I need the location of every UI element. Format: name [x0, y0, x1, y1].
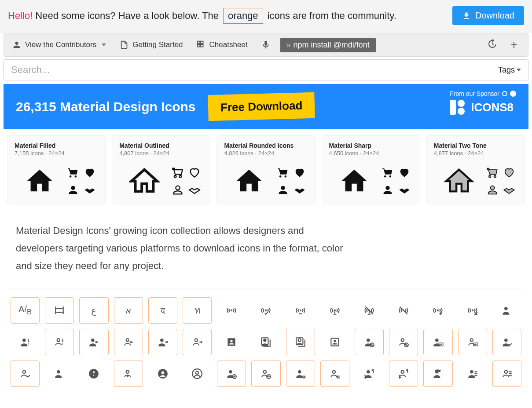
- icon-account-alert[interactable]: [11, 329, 40, 355]
- home-icon: [329, 164, 379, 199]
- cheatsheet-link[interactable]: Cheatsheet: [193, 37, 251, 52]
- handshake-icon: [291, 181, 308, 199]
- search-input[interactable]: [4, 60, 491, 80]
- handshake-icon: [501, 181, 517, 199]
- svg-point-15: [92, 339, 95, 342]
- style-card-material-rounded-icons[interactable]: Material Rounded Icons 4,826 icons · 24×…: [216, 135, 315, 204]
- cart-icon: [169, 164, 186, 181]
- icon-account-details-outline[interactable]: [492, 361, 521, 387]
- icon-abugida-devanagari[interactable]: द: [148, 297, 177, 324]
- icon-access-point-plus[interactable]: [423, 297, 452, 324]
- icon-account-cash-outline[interactable]: [458, 329, 487, 355]
- icon-abjad-hebrew[interactable]: א: [114, 297, 143, 324]
- add-dropdown[interactable]: [506, 37, 524, 53]
- icon-account-child-outline[interactable]: [114, 361, 143, 387]
- svg-point-59: [401, 370, 404, 373]
- icon-access-point-check[interactable]: [251, 297, 280, 324]
- grid-icon: [196, 40, 206, 50]
- icon-account-child-circle[interactable]: [79, 361, 108, 387]
- tags-dropdown[interactable]: Tags: [491, 61, 528, 79]
- icon-access-point-remove[interactable]: [458, 297, 487, 324]
- svg-point-37: [504, 339, 508, 342]
- getting-started-link[interactable]: Getting Started: [116, 37, 186, 52]
- svg-point-39: [57, 370, 60, 374]
- icon-account-cash[interactable]: [423, 329, 452, 355]
- icon-account-box-multiple[interactable]: [251, 329, 280, 355]
- icon-account-alert-outline[interactable]: [45, 329, 74, 355]
- icon-account-convert-outline[interactable]: [389, 361, 418, 387]
- sponsor-banner[interactable]: 26,315 Material Design Icons Free Downlo…: [4, 84, 528, 129]
- icon-access-point-minus[interactable]: [286, 297, 315, 324]
- svg-point-56: [332, 370, 335, 373]
- icon-access-point-network-off[interactable]: [355, 297, 384, 324]
- icon-account-arrow-right[interactable]: [148, 329, 177, 355]
- icon-access-point-network[interactable]: [320, 297, 349, 324]
- card-subtitle: 4,826 icons · 24×24: [224, 150, 308, 157]
- icon-access-point-off[interactable]: [389, 297, 418, 324]
- icon-account-cog-outline[interactable]: [320, 361, 349, 387]
- free-download-badge[interactable]: Free Download: [208, 92, 315, 121]
- icon-account-convert[interactable]: [355, 361, 384, 387]
- caret-down-icon: [102, 44, 106, 46]
- svg-point-13: [22, 339, 26, 342]
- download-button[interactable]: Download: [452, 6, 524, 25]
- icon-account-arrow-right-outline[interactable]: [183, 329, 212, 355]
- icon-account-arrow-left[interactable]: [79, 329, 108, 355]
- history-icon: [487, 39, 497, 49]
- svg-point-27: [367, 339, 370, 342]
- home-icon: [15, 164, 65, 199]
- heart-icon: [396, 164, 413, 181]
- icon-abugida-thai[interactable]: ท: [183, 297, 212, 324]
- handshake-icon: [186, 181, 203, 199]
- style-card-material-filled[interactable]: Material Filled 7,155 icons · 24×24: [7, 135, 106, 204]
- svg-point-40: [58, 375, 59, 377]
- icon-account-arrow-left-outline[interactable]: [114, 329, 143, 355]
- icon-account-box-outline[interactable]: [320, 329, 349, 355]
- intro-description: Material Design Icons' growing icon coll…: [16, 222, 350, 275]
- icon-account-circle[interactable]: [148, 361, 177, 387]
- person-icon: [169, 181, 186, 199]
- style-card-material-two-tone[interactable]: Material Two Tone 4,877 icons · 24×24: [426, 135, 525, 204]
- svg-point-33: [440, 344, 442, 345]
- hello-label: Hello!: [8, 10, 33, 21]
- home-icon: [119, 164, 169, 199]
- icon-account-cog[interactable]: [286, 361, 315, 387]
- icon-account-details[interactable]: [458, 361, 487, 387]
- icon-account-cancel[interactable]: [355, 329, 384, 355]
- edit-button[interactable]: [257, 37, 274, 52]
- style-card-material-outlined[interactable]: Material Outlined 4,807 icons · 24×24: [112, 135, 210, 204]
- svg-point-1: [59, 308, 60, 309]
- svg-point-16: [126, 339, 129, 342]
- icon-account-box[interactable]: [217, 329, 246, 355]
- icon-account-child[interactable]: [45, 361, 74, 387]
- card-title: Material Filled: [15, 142, 98, 149]
- contributors-dropdown[interactable]: View the Contributors: [8, 37, 110, 52]
- svg-point-45: [126, 375, 128, 377]
- icon-abjad-arabic[interactable]: ع: [79, 297, 108, 324]
- icon-account-check-outline[interactable]: [11, 361, 40, 387]
- icon-account-clock-outline[interactable]: [251, 361, 280, 387]
- main-toolbar: View the Contributors Getting Started Ch…: [4, 33, 528, 57]
- svg-point-23: [298, 339, 301, 342]
- card-subtitle: 4,650 icons · 24×24: [329, 150, 413, 157]
- person-icon: [484, 181, 501, 199]
- download-icon: [462, 11, 471, 20]
- style-card-material-sharp[interactable]: Material Sharp 4,650 icons · 24×24: [322, 135, 420, 204]
- style-cards-row: Material Filled 7,155 icons · 24×24 Mate…: [7, 135, 525, 204]
- icon-account-cancel-outline[interactable]: [389, 329, 418, 355]
- icon-account-clock[interactable]: [217, 361, 246, 387]
- icon-account-check[interactable]: [492, 329, 521, 355]
- icon-account-circle-outline[interactable]: [183, 361, 212, 387]
- icon-access-point[interactable]: [217, 297, 246, 324]
- search-bar: Tags: [4, 59, 528, 80]
- svg-point-20: [231, 340, 233, 342]
- npm-install-chip[interactable]: » npm install @mdi/font: [280, 38, 376, 52]
- icon-ab-testing[interactable]: A/B: [11, 297, 40, 324]
- card-title: Material Two Tone: [434, 142, 517, 149]
- svg-point-43: [93, 375, 95, 376]
- icon-account-box-multiple-outline[interactable]: [286, 329, 315, 355]
- icon-account[interactable]: [492, 297, 521, 324]
- icon-account-cowboy-hat[interactable]: [423, 361, 452, 387]
- history-button[interactable]: [484, 36, 500, 54]
- icon-abacus[interactable]: [45, 297, 74, 324]
